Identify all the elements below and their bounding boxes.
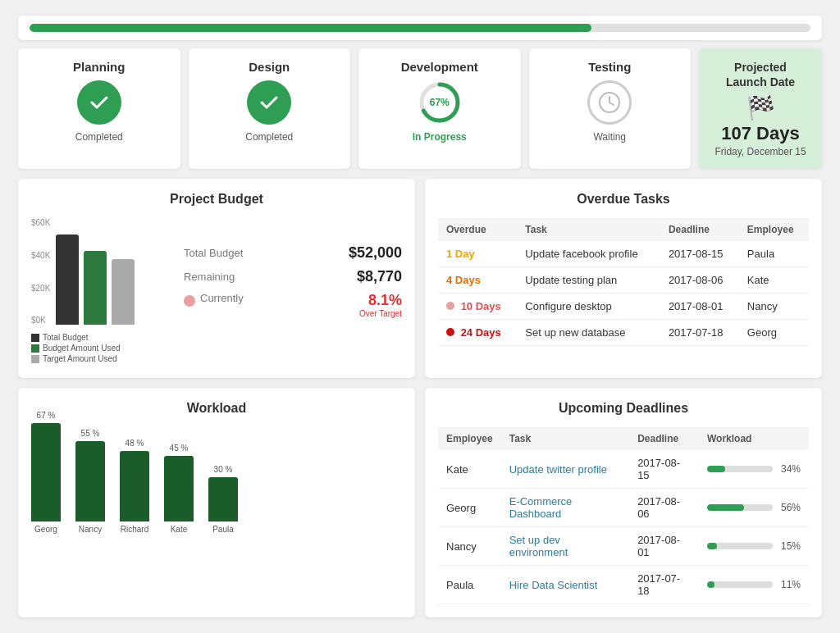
employee-3: Nancy bbox=[739, 294, 809, 320]
wb-pct-richard: 48 % bbox=[126, 439, 144, 448]
legend-target: Target Amount Used bbox=[31, 354, 402, 363]
phase-design-icon bbox=[245, 79, 293, 126]
phase-development-status: In Progress bbox=[413, 131, 467, 143]
deadlines-title: Upcoming Deadlines bbox=[438, 401, 809, 416]
table-row: 24 Days Set up new database 2017-07-18 G… bbox=[438, 320, 809, 346]
wb-bar-nancy bbox=[75, 441, 105, 521]
top-progress-bar-container bbox=[18, 16, 822, 40]
dl-emp-4: Paula bbox=[438, 566, 501, 604]
deadline-4: 2017-07-18 bbox=[660, 320, 739, 346]
overdue-days-2: 4 Days bbox=[438, 267, 517, 294]
clock-icon bbox=[587, 80, 632, 125]
deadlines-card: Upcoming Deadlines Employee Task Deadlin… bbox=[425, 388, 822, 617]
dl-emp-2: Georg bbox=[438, 489, 501, 527]
phases-section: Planning Completed Design Comple bbox=[18, 48, 822, 169]
overdue-tasks-card: Overdue Tasks Overdue Task Deadline Empl… bbox=[425, 179, 822, 378]
bar-chart bbox=[31, 218, 162, 325]
dl-th-workload: Workload bbox=[699, 427, 809, 450]
legend-total: Total Budget bbox=[31, 333, 402, 342]
dl-task-1: Update twitter profile bbox=[501, 450, 629, 489]
dl-workload-2: 56% bbox=[699, 489, 809, 527]
legend-label-used: Budget Amount Used bbox=[43, 344, 121, 353]
workload-cell-3: 15% bbox=[707, 540, 801, 552]
check-circle-design bbox=[247, 80, 291, 125]
wb-pct-georg: 67 % bbox=[37, 411, 56, 420]
th-employee: Employee bbox=[739, 218, 809, 241]
phase-design-status: Completed bbox=[245, 131, 293, 143]
overdue-table: Overdue Task Deadline Employee 1 Day Upd… bbox=[438, 218, 809, 346]
legend-label-total: Total Budget bbox=[43, 333, 89, 342]
over-target-dot bbox=[184, 295, 195, 307]
middle-section: Project Budget $60K $40K $20K $0K bbox=[18, 179, 822, 378]
checkmark-icon bbox=[88, 91, 111, 114]
dl-th-employee: Employee bbox=[438, 427, 501, 450]
wb-pct-nancy: 55 % bbox=[81, 429, 100, 438]
workload-fill-4 bbox=[707, 581, 714, 588]
wb-name-richard: Richard bbox=[121, 525, 148, 534]
wb-name-paula: Paula bbox=[212, 525, 234, 534]
workload-fill-3 bbox=[707, 543, 717, 549]
phase-development-title: Development bbox=[401, 60, 478, 74]
workload-fill-1 bbox=[707, 466, 725, 472]
total-budget-label: Total Budget bbox=[184, 247, 243, 259]
task-4: Set up new database bbox=[517, 320, 660, 346]
deadline-3: 2017-08-01 bbox=[660, 294, 739, 320]
workload-cell-1: 34% bbox=[707, 463, 801, 475]
launch-date-box: ProjectedLaunch Date 🏁 107 Days Friday, … bbox=[699, 48, 822, 169]
currently-row: Currently 8.1% Over Target bbox=[184, 292, 402, 318]
employee-1: Paula bbox=[739, 241, 809, 267]
phase-testing: Testing Waiting bbox=[529, 48, 692, 169]
phase-planning-status: Completed bbox=[75, 131, 123, 143]
deadline-1: 2017-08-15 bbox=[660, 241, 739, 267]
wb-bar-paula bbox=[208, 477, 238, 521]
dl-pct-2: 56% bbox=[781, 502, 801, 513]
dl-emp-1: Kate bbox=[438, 450, 501, 489]
wb-bar-georg bbox=[31, 423, 61, 521]
task-3: Configure desktop bbox=[517, 294, 660, 320]
over-target-label: Over Target bbox=[359, 309, 402, 318]
phase-development: Development 67% In Progress bbox=[358, 48, 521, 169]
progress-bar-fill bbox=[30, 24, 591, 32]
phase-planning-icon bbox=[75, 79, 123, 126]
workload-track-2 bbox=[707, 504, 773, 511]
progress-bar-track bbox=[30, 24, 810, 32]
launch-days: 107 Days bbox=[721, 123, 799, 144]
dl-pct-1: 34% bbox=[781, 463, 801, 475]
workload-track-4 bbox=[707, 581, 773, 588]
overdue-days-3: 10 Days bbox=[438, 294, 517, 320]
workload-bars: 67 % Georg 55 % Nancy 48 % Richard 45 % bbox=[31, 427, 402, 534]
total-budget-value: $52,000 bbox=[349, 244, 402, 262]
table-row: Nancy Set up dev environment 2017-08-01 … bbox=[438, 527, 809, 566]
legend-dot-total bbox=[31, 334, 39, 342]
employee-2: Kate bbox=[739, 267, 809, 294]
dashboard: Planning Completed Design Comple bbox=[18, 16, 822, 617]
legend-label-target: Target Amount Used bbox=[43, 354, 117, 363]
dl-th-deadline: Deadline bbox=[629, 427, 699, 450]
currently-label: Currently bbox=[200, 292, 244, 304]
budget-legend: Total Budget Budget Amount Used Target A… bbox=[31, 333, 402, 363]
deadline-2: 2017-08-06 bbox=[660, 267, 739, 294]
flag-icon: 🏁 bbox=[746, 94, 775, 121]
table-row: Georg E-Commerce Dashboard 2017-08-06 56… bbox=[438, 489, 809, 527]
deadlines-table: Employee Task Deadline Workload Kate Upd… bbox=[438, 427, 809, 604]
dl-task-2: E-Commerce Dashboard bbox=[501, 489, 629, 527]
check-circle-planning bbox=[77, 80, 121, 125]
workload-title: Workload bbox=[31, 401, 402, 416]
svg-line-4 bbox=[609, 102, 614, 105]
employee-4: Georg bbox=[739, 320, 809, 346]
bar-total-budget bbox=[56, 235, 79, 325]
workload-cell-4: 11% bbox=[707, 579, 801, 590]
overdue-days-4: 24 Days bbox=[438, 320, 517, 346]
dl-pct-3: 15% bbox=[781, 540, 801, 552]
wb-georg: 67 % Georg bbox=[31, 411, 61, 534]
wb-name-kate: Kate bbox=[171, 525, 188, 534]
phase-testing-title: Testing bbox=[588, 60, 631, 74]
dl-task-3: Set up dev environment bbox=[501, 527, 629, 566]
wb-kate: 45 % Kate bbox=[164, 444, 194, 534]
table-row: Kate Update twitter profile 2017-08-15 3… bbox=[438, 450, 809, 489]
dl-deadline-2: 2017-08-06 bbox=[629, 489, 699, 527]
total-budget-row: Total Budget $52,000 bbox=[184, 244, 402, 262]
bottom-section: Workload 67 % Georg 55 % Nancy 48 % Rich… bbox=[18, 388, 822, 617]
th-overdue: Overdue bbox=[438, 218, 517, 241]
wb-name-georg: Georg bbox=[34, 525, 57, 534]
